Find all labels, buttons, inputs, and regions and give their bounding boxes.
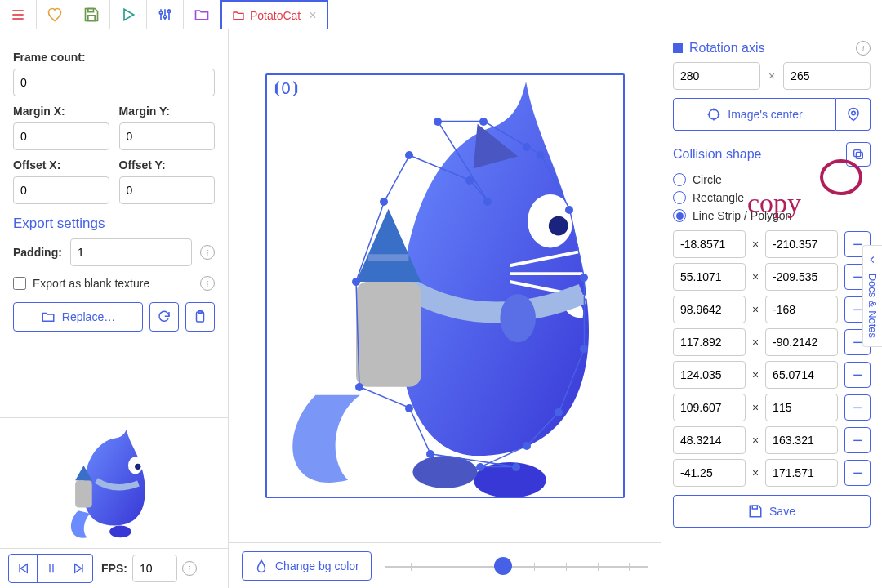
offset-x-input[interactable] xyxy=(13,176,109,204)
coord-row: ×− xyxy=(673,426,871,454)
shape-polygon-radio[interactable]: Line Strip / Polygon xyxy=(673,209,871,222)
svg-point-10 xyxy=(163,15,166,17)
coord-y-input[interactable] xyxy=(765,230,838,258)
coord-x-input[interactable] xyxy=(673,230,746,258)
coord-y-input[interactable] xyxy=(765,263,838,291)
skip-back-button[interactable] xyxy=(9,555,37,582)
coord-y-input[interactable] xyxy=(765,459,838,487)
info-icon[interactable]: i xyxy=(856,41,871,56)
save-button[interactable]: Save xyxy=(673,495,871,528)
svg-point-17 xyxy=(109,525,131,537)
coord-y-input[interactable] xyxy=(765,296,838,323)
play-icon[interactable] xyxy=(110,0,147,29)
tab-potatocat[interactable]: PotatoCat × xyxy=(220,0,328,29)
coord-x-input[interactable] xyxy=(673,296,746,323)
shape-circle-radio[interactable]: Circle xyxy=(673,173,871,186)
heart-icon[interactable] xyxy=(37,0,74,29)
remove-coord-button[interactable]: − xyxy=(844,427,871,453)
svg-marker-22 xyxy=(74,564,81,573)
offset-y-input[interactable] xyxy=(119,176,216,204)
export-settings-header: Export settings xyxy=(13,216,215,232)
svg-rect-38 xyxy=(854,150,861,157)
coord-row: ×− xyxy=(673,328,871,356)
clipboard-button[interactable] xyxy=(185,302,215,332)
margin-y-input[interactable] xyxy=(119,122,216,150)
blank-texture-label: Export as blank texture xyxy=(33,277,149,290)
svg-point-29 xyxy=(412,456,477,488)
fps-input[interactable] xyxy=(132,555,177,582)
coord-y-input[interactable] xyxy=(765,361,838,389)
svg-point-36 xyxy=(851,111,855,115)
coord-x-input[interactable] xyxy=(673,394,746,421)
collision-shape-header: Collision shape xyxy=(673,147,762,162)
save-icon[interactable] xyxy=(74,0,110,29)
svg-point-15 xyxy=(135,463,140,469)
offset-x-label: Offset X: xyxy=(13,158,109,172)
remove-coord-button[interactable]: − xyxy=(844,362,871,388)
padding-label: Padding: xyxy=(13,246,62,259)
preview-thumbnail xyxy=(0,418,228,549)
rotation-axis-header: Rotation axis xyxy=(673,41,765,56)
coord-x-input[interactable] xyxy=(673,263,746,291)
coord-row: ×− xyxy=(673,361,871,389)
info-icon[interactable]: i xyxy=(200,276,215,291)
margin-x-label: Margin X: xyxy=(13,105,109,118)
coord-row: ×− xyxy=(673,459,871,487)
frame-count-label: Frame count: xyxy=(13,51,215,64)
coord-row: ×− xyxy=(673,230,871,258)
svg-rect-4 xyxy=(88,15,95,20)
folder-icon[interactable] xyxy=(184,0,220,29)
coord-row: ×− xyxy=(673,394,871,421)
menu-icon[interactable] xyxy=(0,0,37,29)
coord-x-input[interactable] xyxy=(673,426,746,454)
coord-x-input[interactable] xyxy=(673,361,746,389)
svg-marker-19 xyxy=(20,564,27,573)
image-center-button[interactable]: Image's center xyxy=(673,98,836,131)
fps-label: FPS: xyxy=(101,562,127,575)
coord-y-input[interactable] xyxy=(765,394,838,421)
origin-marker: ⦗0⦘ xyxy=(272,78,301,98)
shape-rectangle-radio[interactable]: Rectangle xyxy=(673,191,871,204)
offset-y-label: Offset Y: xyxy=(119,158,216,172)
zoom-slider[interactable] xyxy=(385,554,648,578)
coord-row: ×− xyxy=(673,263,871,291)
refresh-button[interactable] xyxy=(149,302,179,332)
pin-button[interactable] xyxy=(836,98,871,131)
svg-rect-16 xyxy=(75,480,92,507)
canvas[interactable]: ⦗0⦘ xyxy=(265,74,625,498)
svg-rect-39 xyxy=(752,506,757,509)
coord-row: ×− xyxy=(673,296,871,323)
pause-button[interactable] xyxy=(37,555,65,582)
svg-point-11 xyxy=(167,10,170,12)
coord-x-input[interactable] xyxy=(673,459,746,487)
coord-y-input[interactable] xyxy=(765,426,838,454)
coord-y-input[interactable] xyxy=(765,328,838,356)
svg-point-9 xyxy=(159,11,162,13)
remove-coord-button[interactable]: − xyxy=(844,394,871,421)
change-bg-button[interactable]: Change bg color xyxy=(242,551,372,581)
svg-point-31 xyxy=(709,109,719,119)
replace-button[interactable]: Replace… xyxy=(13,302,143,332)
close-icon[interactable]: × xyxy=(309,8,316,23)
rotation-y-input[interactable] xyxy=(783,62,871,90)
svg-marker-5 xyxy=(124,9,134,20)
tab-label: PotatoCat xyxy=(250,9,301,22)
info-icon[interactable]: i xyxy=(182,561,197,576)
docs-notes-tab[interactable]: Docs & Notes xyxy=(862,245,882,347)
svg-rect-27 xyxy=(356,282,421,387)
padding-input[interactable] xyxy=(70,238,192,266)
remove-coord-button[interactable]: − xyxy=(844,460,871,486)
svg-point-26 xyxy=(500,294,536,342)
coord-x-input[interactable] xyxy=(673,328,746,356)
rotation-x-input[interactable] xyxy=(673,62,760,90)
svg-rect-37 xyxy=(856,152,862,158)
blank-texture-checkbox[interactable] xyxy=(13,277,26,290)
info-icon[interactable]: i xyxy=(200,245,215,260)
copy-button[interactable] xyxy=(846,142,871,167)
frame-count-input[interactable] xyxy=(13,69,215,96)
svg-rect-3 xyxy=(88,8,94,11)
margin-y-label: Margin Y: xyxy=(119,105,216,118)
skip-forward-button[interactable] xyxy=(65,555,92,582)
settings-icon[interactable] xyxy=(147,0,184,29)
margin-x-input[interactable] xyxy=(13,122,109,150)
